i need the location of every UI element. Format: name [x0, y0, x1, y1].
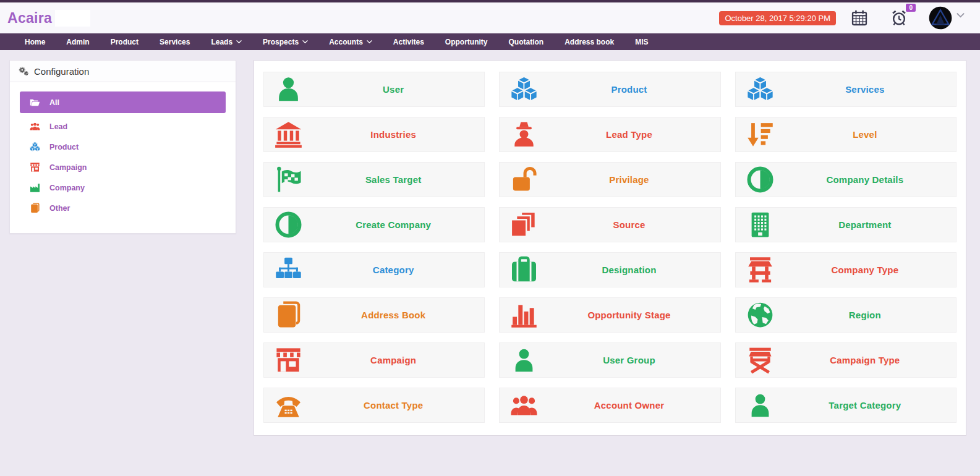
- flag-checkered-icon: [275, 166, 302, 193]
- nav-item-label: Prospects: [263, 38, 299, 46]
- tile-company-details[interactable]: Company Details: [735, 162, 957, 197]
- nav-item-label: Opportunity: [445, 38, 488, 46]
- nav-item-label: Services: [160, 38, 190, 46]
- sidebar-item-company[interactable]: Company: [20, 177, 226, 198]
- tile-services[interactable]: Services: [735, 72, 957, 107]
- cubes-icon: [30, 142, 40, 152]
- tile-privilage[interactable]: Privilage: [499, 162, 720, 197]
- chevron-down-icon: [957, 11, 965, 19]
- tile-department[interactable]: Department: [735, 207, 957, 242]
- tile-create-company[interactable]: Create Company: [263, 207, 485, 242]
- chevron-down-icon: [236, 39, 242, 45]
- tile-user-group[interactable]: User Group: [499, 342, 720, 378]
- unlock-icon: [510, 166, 538, 193]
- nav-item-opportunity[interactable]: Opportunity: [435, 33, 498, 50]
- tile-label: Product: [538, 84, 720, 95]
- nav-item-activites[interactable]: Activites: [383, 33, 435, 50]
- tile-region[interactable]: Region: [735, 297, 957, 333]
- nav-item-admin[interactable]: Admin: [56, 33, 100, 50]
- sidebar-item-campaign[interactable]: Campaign: [20, 157, 226, 177]
- tile-label: Privilage: [538, 174, 720, 185]
- tile-level[interactable]: Level: [735, 117, 957, 152]
- tile-address-book[interactable]: Address Book: [263, 297, 485, 333]
- tile-label: Source: [538, 219, 720, 230]
- tile-lead-type[interactable]: Lead Type: [499, 117, 720, 152]
- tile-company-type[interactable]: Company Type: [735, 252, 957, 287]
- industry-icon: [30, 182, 40, 193]
- tile-category[interactable]: Category: [263, 252, 485, 287]
- globe-icon: [746, 301, 774, 329]
- bank-icon: [275, 121, 302, 148]
- datetime-badge: October 28, 2017 5:29:20 PM: [719, 11, 836, 25]
- nav-item-home[interactable]: Home: [14, 33, 56, 50]
- tile-sales-target[interactable]: Sales Target: [263, 162, 485, 197]
- phone-icon: [275, 391, 302, 419]
- nav-item-leads[interactable]: Leads: [200, 33, 252, 50]
- tile-target-category[interactable]: Target Category: [735, 388, 957, 423]
- chevron-down-icon: [367, 39, 372, 45]
- nav-item-prospects[interactable]: Prospects: [252, 33, 318, 50]
- nav-item-product[interactable]: Product: [100, 33, 149, 50]
- tile-opportunity-stage[interactable]: Opportunity Stage: [499, 297, 720, 333]
- sidebar-item-product[interactable]: Product: [20, 137, 226, 157]
- tile-label: Account Owner: [538, 400, 720, 410]
- tile-campaign-type[interactable]: Campaign Type: [735, 342, 957, 378]
- nav-item-services[interactable]: Services: [149, 33, 200, 50]
- nav-item-label: Accounts: [329, 38, 363, 46]
- adjust-icon: [746, 166, 774, 193]
- tile-label: Create Company: [302, 219, 484, 230]
- tile-label: Industries: [302, 129, 484, 140]
- store-icon: [30, 162, 40, 172]
- tile-industries[interactable]: Industries: [263, 117, 485, 152]
- calendar-icon[interactable]: [851, 9, 868, 27]
- nav-item-label: Activites: [393, 38, 424, 46]
- tile-source[interactable]: Source: [499, 207, 720, 242]
- sidebar-item-lead[interactable]: Lead: [20, 116, 226, 137]
- gears-icon: [18, 66, 29, 77]
- copy-icon: [510, 211, 538, 239]
- tile-label: Region: [774, 310, 956, 320]
- tile-label: Designation: [538, 265, 720, 275]
- sidebar-item-other[interactable]: Other: [20, 198, 226, 218]
- sidebar-item-all[interactable]: All: [20, 91, 226, 113]
- sidebar-item-label: Product: [49, 143, 79, 151]
- tile-label: Lead Type: [538, 129, 720, 140]
- alarm-icon[interactable]: 0: [890, 9, 908, 27]
- header: Acaira October 28, 2017 5:29:20 PM 0: [0, 2, 980, 33]
- sidebar: Configuration AllLeadProductCampaignComp…: [9, 60, 236, 234]
- user-round-icon: [510, 346, 538, 374]
- nav-item-address-book[interactable]: Address book: [554, 33, 624, 50]
- nav-item-label: Home: [25, 38, 45, 46]
- nav-item-quotation[interactable]: Quotation: [498, 33, 555, 50]
- tile-label: Category: [302, 265, 484, 275]
- header-right: October 28, 2017 5:29:20 PM 0: [719, 6, 980, 30]
- avatar: [929, 6, 952, 30]
- tile-designation[interactable]: Designation: [499, 252, 720, 287]
- sidebar-item-label: Other: [49, 204, 70, 213]
- tile-label: User Group: [538, 355, 720, 365]
- sidebar-item-label: Company: [49, 184, 85, 192]
- tile-account-owner[interactable]: Account Owner: [499, 388, 720, 423]
- store-icon: [275, 346, 302, 374]
- tile-label: Campaign: [302, 355, 484, 365]
- tile-label: User: [302, 84, 484, 95]
- tile-label: Target Category: [774, 400, 956, 410]
- tile-contact-type[interactable]: Contact Type: [263, 388, 485, 423]
- nav-item-label: MIS: [635, 38, 648, 46]
- nav-item-label: Admin: [66, 38, 89, 46]
- tile-label: Company Details: [774, 174, 956, 185]
- tile-user[interactable]: User: [263, 72, 485, 107]
- nav-item-mis[interactable]: MIS: [624, 33, 658, 50]
- adjust-icon: [275, 211, 302, 239]
- tile-campaign[interactable]: Campaign: [263, 342, 485, 378]
- tile-product[interactable]: Product: [499, 72, 720, 107]
- logo-image-placeholder: [55, 10, 90, 27]
- nav-item-accounts[interactable]: Accounts: [318, 33, 383, 50]
- sidebar-header: Configuration: [10, 61, 236, 82]
- cubes-icon: [746, 75, 774, 103]
- alarm-count-badge: 0: [906, 4, 916, 12]
- app-logo[interactable]: Acaira: [7, 10, 52, 27]
- users-icon: [30, 121, 40, 132]
- tiles-grid: UserProductServicesIndustriesLead TypeLe…: [263, 72, 957, 423]
- user-menu[interactable]: [929, 6, 965, 30]
